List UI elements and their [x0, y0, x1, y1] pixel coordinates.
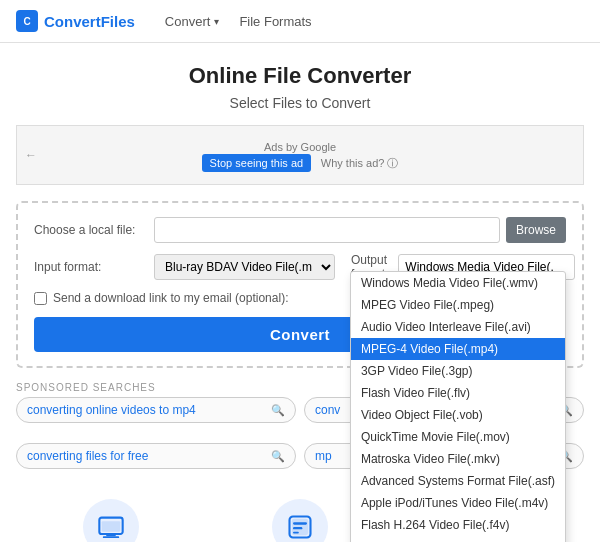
- search-text-4: mp: [315, 449, 332, 463]
- format-icon: [286, 513, 314, 541]
- browse-button[interactable]: Browse: [506, 217, 566, 243]
- chevron-down-icon: ▾: [214, 16, 219, 27]
- dropdown-item[interactable]: Flash Video File(.flv): [351, 382, 565, 404]
- logo-icon: C: [16, 10, 38, 32]
- ad-why-text[interactable]: Why this ad? ⓘ: [321, 157, 399, 169]
- search-icon-3: 🔍: [271, 450, 285, 463]
- search-pill-3[interactable]: converting files for free 🔍: [16, 443, 296, 469]
- dropdown-item[interactable]: MPEG-4 Video File(.mp4): [351, 338, 565, 360]
- dropdown-item[interactable]: Windows Media Video File(.wmv): [351, 272, 565, 294]
- search-text-3: converting files for free: [27, 449, 148, 463]
- file-row: Choose a local file: Browse: [34, 217, 566, 243]
- converter-box: Choose a local file: Browse Input format…: [16, 201, 584, 368]
- ad-controls: Stop seeing this ad Why this ad? ⓘ: [202, 154, 399, 172]
- svg-rect-1: [106, 534, 115, 536]
- dropdown-item[interactable]: Advanced Systems Format File(.asf): [351, 470, 565, 492]
- nav-file-formats-label: File Formats: [239, 14, 311, 29]
- logo: C ConvertFiles: [16, 10, 135, 32]
- dropdown-item[interactable]: QuickTime Movie File(.mov): [351, 426, 565, 448]
- page-subtitle: Select Files to Convert: [16, 95, 584, 111]
- email-label: Send a download link to my email (option…: [53, 291, 288, 305]
- nav-convert-label: Convert: [165, 14, 211, 29]
- search-pill-1[interactable]: converting online videos to mp4 🔍: [16, 397, 296, 423]
- nav-file-formats[interactable]: File Formats: [239, 14, 311, 29]
- page-title: Online File Converter: [16, 63, 584, 89]
- search-icon-1: 🔍: [271, 404, 285, 417]
- stop-seeing-ad-button[interactable]: Stop seeing this ad: [202, 154, 312, 172]
- file-text-input[interactable]: [154, 217, 500, 243]
- dropdown-item[interactable]: 3G2 Video File(.3g2): [351, 536, 565, 542]
- ad-label: Ads by Google: [264, 141, 336, 153]
- logo-text: ConvertFiles: [44, 13, 135, 30]
- computer-icon: [97, 513, 125, 541]
- ad-area: ← Ads by Google Stop seeing this ad Why …: [16, 125, 584, 185]
- dropdown-item[interactable]: Video Object File(.vob): [351, 404, 565, 426]
- search-text-2: conv: [315, 403, 340, 417]
- svg-rect-7: [293, 527, 302, 529]
- ad-label-row: Ads by Google: [264, 139, 336, 154]
- svg-rect-6: [293, 522, 307, 524]
- step-1-icon: [83, 499, 139, 542]
- email-checkbox[interactable]: [34, 292, 47, 305]
- step-1: Step 1 Select a file from your computer: [31, 499, 191, 542]
- search-text-1: converting online videos to mp4: [27, 403, 196, 417]
- input-format-label: Input format:: [34, 260, 154, 274]
- svg-rect-2: [102, 536, 118, 538]
- dropdown-item[interactable]: Matroska Video File(.mkv): [351, 448, 565, 470]
- dropdown-item[interactable]: 3GP Video File(.3gp): [351, 360, 565, 382]
- nav-convert[interactable]: Convert ▾: [165, 14, 220, 29]
- dropdown-item[interactable]: MPEG Video File(.mpeg): [351, 294, 565, 316]
- output-format-dropdown: Windows Media Video File(.wmv)MPEG Video…: [350, 271, 566, 542]
- local-file-label: Choose a local file:: [34, 223, 154, 237]
- main-content: Online File Converter Select Files to Co…: [0, 43, 600, 542]
- header: C ConvertFiles Convert ▾ File Formats: [0, 0, 600, 43]
- svg-rect-8: [293, 532, 299, 534]
- back-arrow: ←: [25, 148, 37, 162]
- input-format-select[interactable]: Blu-ray BDAV Video File(.m: [154, 254, 335, 280]
- dropdown-item[interactable]: Apple iPod/iTunes Video File(.m4v): [351, 492, 565, 514]
- file-input-wrapper: Browse: [154, 217, 566, 243]
- step-2-icon: [272, 499, 328, 542]
- dropdown-item[interactable]: Flash H.264 Video File(.f4v): [351, 514, 565, 536]
- svg-rect-3: [101, 521, 120, 532]
- dropdown-item[interactable]: Audio Video Interleave File(.avi): [351, 316, 565, 338]
